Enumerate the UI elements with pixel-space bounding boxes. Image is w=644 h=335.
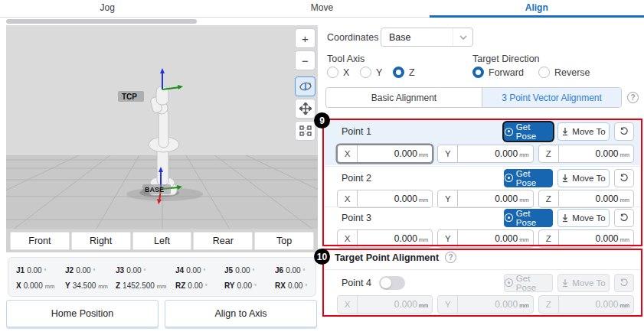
point-2-x-field[interactable]: X0.000mm xyxy=(337,190,433,208)
pan-button[interactable] xyxy=(295,99,315,119)
joint-value: J30.00° xyxy=(116,266,175,275)
joint-value: J20.00° xyxy=(65,266,116,275)
target-point-alignment-title: Target Point Alignment xyxy=(335,252,439,263)
point-2-move-to-button[interactable]: Move To xyxy=(557,169,610,187)
pose-value: Z1452.500mm xyxy=(116,281,175,290)
pose-value: Y34.500mm xyxy=(65,281,116,290)
point-4-x-field: X0.000mm xyxy=(337,295,433,314)
base-label: BASE xyxy=(145,186,164,194)
point-1-move-to-button[interactable]: Move To xyxy=(557,122,610,141)
cartesian-values-row: X0.000mm Y34.500mm Z1452.500mm RZ0.00° R… xyxy=(16,278,321,292)
joint-values-row: J10.00° J20.00° J30.00° J40.00° J50.00° … xyxy=(16,263,321,277)
orbit-icon xyxy=(299,80,312,93)
point-1-reset-button[interactable] xyxy=(614,122,634,141)
direction-reverse-radio[interactable]: Reverse xyxy=(538,67,590,78)
point-3-x-field[interactable]: X0.000mm xyxy=(337,229,433,248)
basic-alignment-tab[interactable]: Basic Alignment xyxy=(326,88,482,107)
pan-icon xyxy=(299,102,312,115)
direction-forward-radio[interactable]: Forward xyxy=(472,67,524,78)
view-left-button[interactable]: Left xyxy=(132,232,192,250)
reset-icon xyxy=(619,127,629,136)
get-pose-icon xyxy=(505,278,513,287)
home-position-button[interactable]: Home Position xyxy=(6,300,159,327)
three-point-vector-alignment-tab[interactable]: 3 Point Vector Alignment xyxy=(482,88,621,107)
point-4-block: Point 4 Get Pose Move To X0.000mm Y0.000… xyxy=(325,272,640,316)
tab-align[interactable]: Align xyxy=(430,0,644,17)
point-3-y-field[interactable]: Y0.000mm xyxy=(437,229,533,248)
point-1-get-pose-button[interactable]: Get Pose xyxy=(504,122,553,141)
point-4-toggle[interactable] xyxy=(379,276,405,290)
tab-move[interactable]: Move xyxy=(214,0,429,17)
point-4-label: Point 4 xyxy=(342,278,371,288)
point-3-label: Point 3 xyxy=(342,213,504,223)
get-pose-icon xyxy=(505,174,513,182)
point-1-z-field[interactable]: Z0.000mm xyxy=(538,145,634,163)
point-3-block: Point 3 Get Pose Move To X0.000mm Y0.000… xyxy=(325,207,640,246)
tool-axis-label: Tool Axis xyxy=(327,54,364,64)
target-point-alignment-header: Target Point Alignment ? xyxy=(335,252,456,263)
get-pose-icon xyxy=(505,128,513,136)
point-link-icon xyxy=(299,125,312,136)
move-to-icon xyxy=(561,174,569,183)
tab-jog[interactable]: Jog xyxy=(0,0,214,17)
zoom-out-button[interactable]: − xyxy=(295,50,315,70)
point-3-z-field[interactable]: Z0.000mm xyxy=(538,229,634,248)
robot-scene: TCP BASE xyxy=(6,25,318,252)
tool-axis-y-radio[interactable]: Y xyxy=(360,67,382,78)
get-pose-icon xyxy=(505,213,513,222)
target-direction-label: Target Direction xyxy=(472,54,540,64)
point-link-button[interactable] xyxy=(295,121,315,141)
divider xyxy=(325,269,640,270)
align-to-axis-button[interactable]: Align to Axis xyxy=(165,300,317,327)
point-1-label: Point 1 xyxy=(342,126,504,137)
view-right-button[interactable]: Right xyxy=(71,232,131,250)
robot-pose-status-panel: J10.00° J20.00° J30.00° J40.00° J50.00° … xyxy=(8,257,316,297)
view-top-button[interactable]: Top xyxy=(254,232,314,250)
pose-value: RY0.00° xyxy=(224,281,275,290)
coordinates-value: Base xyxy=(381,32,453,43)
chevron-down-icon xyxy=(453,28,472,46)
view-rear-button[interactable]: Rear xyxy=(193,232,253,250)
point-2-reset-button[interactable] xyxy=(614,169,634,187)
horizontal-scrollbar-thumb[interactable] xyxy=(6,19,197,24)
point-3-move-to-button[interactable]: Move To xyxy=(557,209,610,227)
point-2-block: Point 2 Get Pose Move To X0.000mm Y0.000… xyxy=(325,168,640,206)
point-4-y-field: Y0.000mm xyxy=(437,295,533,314)
target-point-help-icon[interactable]: ? xyxy=(445,252,456,263)
coordinates-label: Coordinates xyxy=(327,32,378,43)
point-2-y-field[interactable]: Y0.000mm xyxy=(437,190,533,208)
reset-icon xyxy=(619,174,629,183)
tool-axis-z-radio[interactable]: Z xyxy=(393,67,415,78)
point-2-z-field[interactable]: Z0.000mm xyxy=(538,190,634,208)
point-2-get-pose-button[interactable]: Get Pose xyxy=(504,169,553,187)
tool-axis-x-radio[interactable]: X xyxy=(327,67,349,78)
pose-value: RX0.00° xyxy=(275,281,321,290)
point-3-get-pose-button[interactable]: Get Pose xyxy=(504,209,553,227)
zoom-in-button[interactable]: + xyxy=(295,28,315,48)
point-4-move-to-button[interactable]: Move To xyxy=(557,274,610,292)
divider xyxy=(325,166,640,167)
alignment-help-icon[interactable]: ? xyxy=(627,92,639,103)
alignment-mode-tabs: Basic Alignment 3 Point Vector Alignment xyxy=(325,87,622,108)
robot-arm xyxy=(149,86,179,195)
tcp-label: TCP xyxy=(122,93,137,101)
point-1-y-field[interactable]: Y0.000mm xyxy=(437,145,533,163)
view-front-button[interactable]: Front xyxy=(10,232,70,250)
move-to-icon xyxy=(561,278,569,288)
point-4-reset-button[interactable] xyxy=(614,274,634,292)
point-1-block: Point 1 Get Pose Move To X0.000mm Y0.000… xyxy=(325,120,640,165)
robot-3d-viewport[interactable]: TCP BASE + − xyxy=(6,25,318,252)
move-to-icon xyxy=(561,213,569,223)
joint-value: J50.00° xyxy=(224,266,275,275)
coordinates-select[interactable]: Base xyxy=(381,28,473,47)
point-4-get-pose-button[interactable]: Get Pose xyxy=(504,274,553,292)
pose-value: X0.000mm xyxy=(16,281,65,290)
point-4-z-field: Z0.000mm xyxy=(538,295,634,314)
joint-value: J10.00° xyxy=(16,266,65,275)
reset-icon xyxy=(619,278,629,288)
joint-value: J40.00° xyxy=(175,266,224,275)
point-3-reset-button[interactable] xyxy=(614,209,634,227)
orbit-rotate-button[interactable] xyxy=(295,76,315,96)
tcp-frame: TCP xyxy=(118,68,183,102)
point-1-x-field[interactable]: X0.000mm xyxy=(337,145,433,163)
